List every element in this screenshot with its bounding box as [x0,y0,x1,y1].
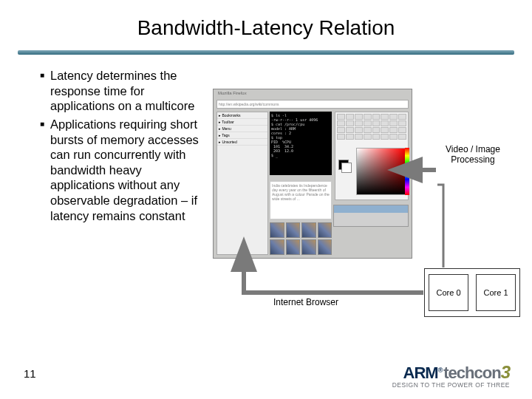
footer-logo: ARM® techcon3 DESIGN TO THE POWER OF THR… [392,362,510,389]
desktop-screenshot: Mozilla Firefox http://en.wikipedia.org/… [213,89,412,259]
fig-terminal: $ ls -l -rw-r--r-- 1 usr 4096 $ cat /pro… [270,112,332,175]
bullet-list: ■ Latency determines the response time f… [40,68,202,226]
label-internet-browser: Internet Browser [273,297,338,307]
fig-hue-bar [405,148,409,195]
core-0: Core 0 [429,274,468,311]
techcon-word: techcon [443,364,500,382]
arm-logo: ARM® [403,364,443,383]
fig-thumbnails [270,222,332,255]
label-video-image-processing: Video / Image Processing [439,144,507,166]
fig-color-swatch-icon [338,160,352,173]
title-rule [18,50,514,55]
fig-address-bar: http://en.wikipedia.org/wiki/commons [216,100,409,109]
techcon-three: 3 [501,362,510,382]
arm-text: ARM [403,364,438,382]
fig-image-editor [335,112,409,200]
fig-color-picker [356,148,406,195]
slide-title: Bandwidth-Latency Relation [0,16,532,40]
footer-tagline: DESIGN TO THE POWER OF THREE [392,381,510,389]
bullet-marker-icon: ■ [40,68,50,114]
label-text: Video / Image Processing [439,144,507,166]
fig-document-pane: India celebrates its Independence day ev… [270,181,332,219]
bullet-item: ■ Latency determines the response time f… [40,68,202,114]
core-group: Core 0 Core 1 [424,268,520,317]
core-1: Core 1 [476,274,516,311]
fig-preview-band [333,205,409,227]
bullet-text: Applications requiring short bursts of m… [50,117,202,223]
slide: Bandwidth-Latency Relation ■ Latency det… [0,0,532,399]
fig-window-title: Mozilla Firefox [218,91,247,95]
registered-icon: ® [438,366,443,374]
bullet-marker-icon: ■ [40,117,50,223]
page-number: 11 [24,367,36,380]
bullet-text: Latency determines the response time for… [50,68,202,114]
techcon-text: techcon3 [443,362,510,383]
fig-toolbox [335,112,408,140]
fig-sidebar: ▸ Bookmarks▸ Toolbar▸ Menu▸ Tags▸ Unsort… [216,112,268,255]
bullet-item: ■ Applications requiring short bursts of… [40,117,202,223]
